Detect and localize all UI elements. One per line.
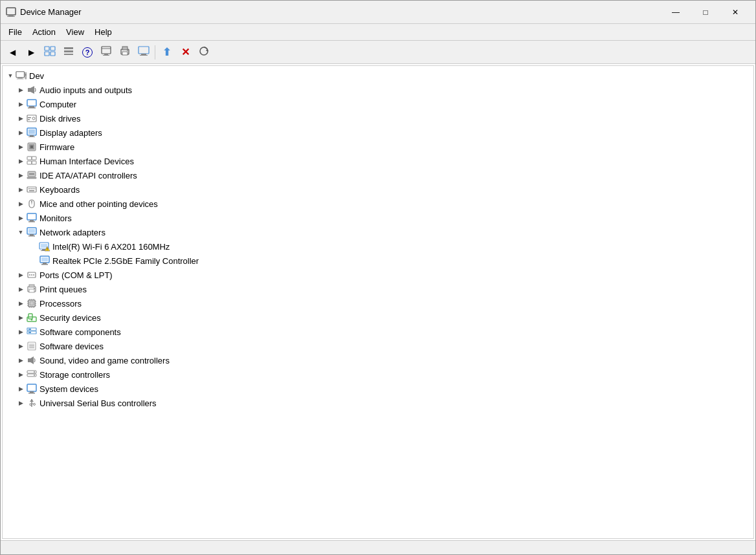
uninstall-button[interactable]: ✕ — [176, 43, 194, 61]
menu-file[interactable]: File — [3, 26, 27, 38]
ide-icon — [26, 170, 38, 180]
svg-point-114 — [34, 371, 35, 373]
tree-item-sound[interactable]: ▶ Sound, video and game controllers — [3, 353, 753, 367]
chevron-right-icon[interactable]: ▶ — [16, 384, 26, 394]
tree-item-security[interactable]: ▶ Security devices — [3, 310, 753, 325]
chevron-right-icon[interactable]: ▶ — [16, 113, 26, 124]
chevron-right-icon[interactable]: ▶ — [16, 142, 26, 152]
svg-rect-110 — [28, 358, 30, 362]
chevron-right-icon[interactable]: ▶ — [16, 156, 26, 166]
chevron-right-icon[interactable]: ▶ — [16, 327, 26, 337]
tree-item-system[interactable]: ▶ System devices — [3, 382, 753, 396]
storage-icon — [26, 369, 38, 380]
svg-rect-74 — [43, 263, 47, 264]
svg-rect-38 — [30, 135, 34, 136]
svg-rect-4 — [50, 47, 55, 50]
tree-item-network[interactable]: ▼ Network adapters — [3, 225, 753, 239]
tree-item-keyboard[interactable]: ▶ Keyboards — [3, 182, 753, 197]
tree-item-display[interactable]: ▶ Display adapters — [3, 125, 753, 140]
display-icon — [26, 127, 38, 138]
chevron-right-icon[interactable]: ▶ — [16, 355, 26, 365]
svg-rect-12 — [104, 54, 108, 55]
maximize-button[interactable]: □ — [691, 3, 720, 21]
update-driver-button[interactable]: ⬆ — [157, 43, 175, 61]
app-icon — [6, 7, 16, 17]
scan-changes-button[interactable] — [195, 43, 213, 61]
uninstall-icon: ✕ — [181, 46, 190, 58]
chevron-down-icon[interactable]: ▼ — [5, 71, 16, 81]
tree-item-software-devices[interactable]: ▶ Software devices — [3, 339, 753, 353]
sound-label: Sound, video and game controllers — [39, 356, 170, 365]
chevron-right-icon[interactable]: ▶ — [16, 369, 26, 380]
chevron-right-icon[interactable]: ▶ — [16, 184, 26, 195]
tree-item-storage[interactable]: ▶ Storage controllers — [3, 367, 753, 382]
svg-rect-75 — [41, 264, 48, 265]
chevron-right-icon[interactable]: ▶ — [16, 284, 26, 294]
svg-point-17 — [127, 50, 128, 51]
chevron-right-icon[interactable]: ▶ — [16, 99, 26, 109]
software-components-icon — [26, 327, 38, 337]
tree-item-wifi[interactable]: ▶ ! Intel(R) Wi-Fi 6 AX201 160MHz — [3, 239, 753, 254]
forward-button[interactable]: ▶ — [22, 43, 40, 61]
monitor-icon — [26, 213, 38, 223]
svg-point-34 — [32, 117, 35, 120]
minimize-button[interactable]: — — [661, 3, 691, 21]
chevron-right-icon[interactable]: ▶ — [16, 85, 26, 95]
chevron-right-icon[interactable]: ▶ — [16, 341, 26, 351]
print-icon — [120, 46, 130, 58]
svg-rect-54 — [32, 188, 34, 190]
device-manager-view-button[interactable] — [41, 43, 59, 61]
chevron-right-icon[interactable]: ▶ — [16, 213, 26, 223]
svg-rect-27 — [25, 74, 26, 76]
svg-rect-44 — [27, 157, 32, 160]
menu-action[interactable]: Action — [27, 26, 61, 38]
tree-item-computer[interactable]: ▶ Computer — [3, 97, 753, 111]
realtek-icon — [39, 256, 50, 266]
svg-point-84 — [34, 288, 35, 289]
tree-item-firmware[interactable]: ▶ Firmware — [3, 140, 753, 154]
chevron-right-icon[interactable]: ▶ — [16, 312, 26, 323]
chevron-right-icon[interactable]: ▶ — [16, 270, 26, 280]
software-components-label: Software components — [39, 327, 121, 337]
svg-text:!: ! — [47, 247, 48, 251]
chevron-right-icon[interactable]: ▶ — [16, 398, 26, 408]
svg-rect-107 — [29, 343, 34, 349]
realtek-label: Realtek PCIe 2.5GbE Family Controller — [52, 256, 199, 266]
tree-item-audio[interactable]: ▶ Audio inputs and outputs — [3, 83, 753, 97]
toolbar: ◀ ▶ ? — [1, 41, 755, 64]
title-bar: Device Manager — □ ✕ — [1, 1, 755, 24]
tree-item-ports[interactable]: ▶ Ports (COM & LPT) — [3, 268, 753, 282]
chevron-right-icon[interactable]: ▶ — [16, 127, 26, 138]
svg-rect-19 — [141, 54, 146, 55]
tree-item-print[interactable]: ▶ Print queues — [3, 282, 753, 296]
print-queue-icon — [26, 284, 38, 294]
print-button[interactable] — [116, 43, 134, 61]
chevron-right-icon[interactable]: ▶ — [16, 170, 26, 180]
tree-item-hid[interactable]: ▶ Human Interface Devices — [3, 154, 753, 168]
monitor-button[interactable] — [135, 43, 153, 61]
tree-item-realtek[interactable]: ▶ Realtek PCIe 2.5GbE Family Controller — [3, 254, 753, 268]
chevron-down-icon[interactable]: ▼ — [16, 227, 26, 237]
wifi-label: Intel(R) Wi-Fi 6 AX201 160MHz — [52, 242, 170, 252]
chevron-right-icon[interactable]: ▶ — [16, 199, 26, 209]
help-button[interactable]: ? — [78, 43, 96, 61]
chevron-right-icon[interactable]: ▶ — [16, 298, 26, 309]
tree-item-mice[interactable]: ▶ Mice and other pointing devices — [3, 197, 753, 211]
resources-view-button[interactable] — [97, 43, 115, 61]
list-view-button[interactable] — [60, 43, 78, 61]
close-button[interactable]: ✕ — [720, 3, 750, 21]
tree-item-ide[interactable]: ▶ IDE ATA/ATAPI controllers — [3, 168, 753, 182]
tree-root-dev[interactable]: ▼ Dev — [3, 69, 753, 83]
tree-item-software-components[interactable]: ▶ Software components — [3, 325, 753, 339]
back-button[interactable]: ◀ — [3, 43, 21, 61]
ports-label: Ports (COM & LPT) — [39, 270, 113, 280]
tree-item-monitors[interactable]: ▶ Monitors — [3, 211, 753, 225]
tree-item-usb[interactable]: ▶ Universal Serial Bus controllers — [3, 396, 753, 410]
menu-view[interactable]: View — [61, 26, 89, 38]
svg-rect-2 — [7, 16, 15, 17]
tree-item-processors[interactable]: ▶ — [3, 296, 753, 310]
tree-item-disk[interactable]: ▶ Disk drives — [3, 111, 753, 125]
svg-rect-43 — [30, 146, 33, 148]
ide-label: IDE ATA/ATAPI controllers — [39, 171, 137, 180]
menu-help[interactable]: Help — [89, 26, 117, 38]
